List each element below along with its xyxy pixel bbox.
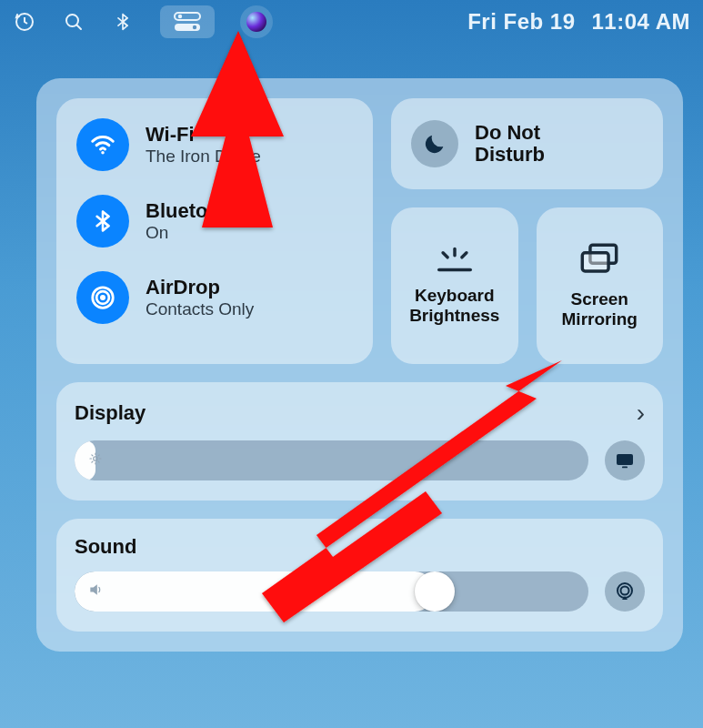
menubar-time[interactable]: 11:04 AM	[592, 9, 690, 35]
display-icon	[614, 450, 636, 471]
dnd-line2: Disturb	[475, 144, 545, 166]
display-brightness-slider[interactable]	[75, 440, 588, 480]
siri-icon[interactable]	[240, 5, 273, 38]
menubar: Fri Feb 19 11:04 AM	[0, 0, 703, 44]
display-heading: Display	[75, 401, 146, 425]
sound-heading: Sound	[75, 535, 645, 559]
screen-mirroring-icon	[578, 242, 620, 277]
dnd-line1: Do Not	[475, 122, 545, 144]
svg-rect-13	[617, 454, 633, 465]
menubar-date[interactable]: Fri Feb 19	[467, 9, 575, 35]
do-not-disturb-button[interactable]: Do Not Disturb	[391, 98, 663, 189]
volume-icon	[87, 581, 105, 602]
keyboard-brightness-icon	[434, 246, 476, 273]
airdrop-icon	[76, 271, 129, 324]
airplay-audio-button[interactable]	[605, 571, 645, 612]
airplay-audio-icon	[614, 581, 636, 602]
bluetooth-subtitle: On	[146, 223, 239, 243]
svg-point-7	[100, 295, 105, 300]
airdrop-subtitle: Contacts Only	[146, 299, 254, 319]
wifi-subtitle: The Iron Dome	[146, 147, 261, 167]
control-center-panel: Wi-Fi The Iron Dome Bluetooth On	[36, 78, 683, 652]
bluetooth-icon	[76, 195, 129, 248]
airdrop-button[interactable]: AirDrop Contacts Only	[76, 271, 353, 324]
display-chevron-icon[interactable]: ›	[637, 399, 645, 428]
svg-point-5	[193, 25, 196, 29]
keyboard-brightness-button[interactable]: Keyboard Brightness	[391, 207, 518, 364]
spotlight-icon[interactable]	[62, 10, 85, 34]
sound-tile: Sound	[56, 519, 663, 632]
airdrop-title: AirDrop	[146, 276, 254, 299]
svg-point-3	[178, 15, 182, 18]
svg-point-12	[94, 457, 98, 461]
wifi-icon	[76, 118, 129, 171]
kb-bright-line1: Keyboard	[409, 286, 499, 306]
sm-line1: Screen	[562, 289, 638, 309]
wifi-button[interactable]: Wi-Fi The Iron Dome	[76, 118, 353, 171]
bluetooth-menubar-icon[interactable]	[111, 10, 135, 34]
svg-point-15	[618, 583, 632, 598]
svg-rect-14	[622, 467, 628, 469]
display-tile: Display ›	[56, 382, 663, 500]
brightness-low-icon	[87, 450, 104, 470]
bluetooth-button[interactable]: Bluetooth On	[76, 195, 353, 248]
bluetooth-title: Bluetooth	[146, 199, 239, 223]
kb-bright-line2: Brightness	[409, 306, 499, 326]
svg-point-16	[621, 587, 629, 595]
timemachine-icon[interactable]	[13, 10, 36, 34]
svg-point-6	[101, 151, 105, 155]
sm-line2: Mirroring	[562, 309, 638, 329]
moon-icon	[411, 120, 458, 167]
display-device-button[interactable]	[605, 440, 645, 480]
control-center-menubar-button[interactable]	[160, 5, 215, 38]
screen-mirroring-button[interactable]: Screen Mirroring	[537, 207, 664, 364]
sound-volume-slider[interactable]	[75, 571, 588, 612]
connectivity-tile: Wi-Fi The Iron Dome Bluetooth On	[56, 98, 373, 364]
svg-rect-11	[583, 253, 609, 271]
wifi-title: Wi-Fi	[146, 123, 261, 147]
